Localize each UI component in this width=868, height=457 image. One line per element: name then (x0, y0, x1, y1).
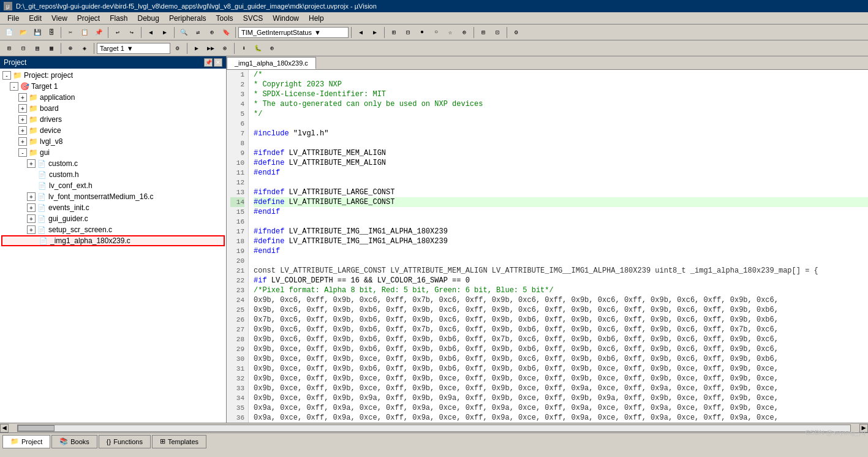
function-dropdown[interactable]: TIM_GetInterruptStatus ▼ (238, 27, 349, 38)
code-line-17[interactable]: #ifndef LV_ATTRIBUTE_IMG__IMG1_ALPHA_180… (254, 227, 868, 236)
code-line-9[interactable]: #ifndef LV_ATTRIBUTE_MEM_ALIGN (254, 148, 868, 158)
code-line-28[interactable]: 0x9b, 0xc6, 0xff, 0x9b, 0xb6, 0xff, 0x9b… (254, 334, 868, 344)
setupscr-expand[interactable]: + (27, 225, 36, 234)
t2-b3[interactable]: ▤ (31, 42, 44, 55)
code-area[interactable]: 1234567891011121314151617181920212223242… (227, 70, 868, 423)
code-line-13[interactable]: #ifndef LV_ATTRIBUTE_LARGE_CONST (254, 187, 868, 197)
root-expand[interactable]: - (2, 71, 11, 80)
menu-item-flash[interactable]: Flash (105, 13, 132, 24)
tree-setupscr[interactable]: + 📄 setup_scr_screen.c (1, 224, 225, 235)
t2-extra[interactable]: ⊕ (265, 42, 279, 55)
menu-item-project[interactable]: Project (72, 13, 105, 24)
code-line-15[interactable]: #endif (254, 207, 868, 217)
statusbar-functions-tab[interactable]: {} Functions (99, 435, 151, 448)
t2-b1[interactable]: ⊞ (2, 42, 16, 55)
target-dropdown[interactable]: Target 1 ▼ (97, 43, 170, 54)
guiguider-expand[interactable]: + (27, 214, 36, 223)
scroll-track[interactable] (17, 425, 851, 432)
t2-b6[interactable]: ◈ (78, 42, 91, 55)
horizontal-scrollbar[interactable]: ◀ ▶ (0, 423, 868, 432)
btn-g3[interactable]: ● (415, 26, 429, 39)
fwd-btn[interactable]: ▶ (158, 26, 172, 39)
menu-item-debug[interactable]: Debug (133, 13, 164, 24)
tree-gui[interactable]: - 📁 gui (1, 147, 225, 158)
code-line-2[interactable]: * Copyright 2023 NXP (254, 80, 868, 89)
tree-img1alpha[interactable]: 📄 _img1_alpha_180x239.c (1, 235, 225, 246)
code-line-32[interactable]: 0x9b, 0xce, 0xff, 0x9b, 0xce, 0xff, 0x9b… (254, 374, 868, 383)
board-expand[interactable]: + (18, 104, 27, 113)
menu-item-edit[interactable]: Edit (24, 13, 47, 24)
t2-b4[interactable]: ▦ (45, 42, 58, 55)
tree-drivers[interactable]: + 📁 drivers (1, 114, 225, 125)
btn-g4[interactable]: ○ (429, 26, 443, 39)
tree-customc[interactable]: + 📄 custom.c (1, 158, 225, 169)
bookmark-btn[interactable]: 🔖 (219, 26, 233, 39)
copy-btn[interactable]: 📋 (78, 26, 91, 39)
btn-g6[interactable]: ⊕ (458, 26, 471, 39)
t2-b5[interactable]: ⊛ (64, 42, 77, 55)
gui-expand[interactable]: - (18, 148, 27, 157)
code-line-18[interactable]: #define LV_ATTRIBUTE_IMG__IMG1_ALPHA_180… (254, 236, 868, 246)
scroll-left-btn[interactable]: ◀ (0, 424, 9, 432)
code-line-12[interactable] (254, 178, 868, 187)
tree-guiguider[interactable]: + 📄 gui_guider.c (1, 213, 225, 224)
code-line-19[interactable]: #endif (254, 246, 868, 256)
menu-item-svcs[interactable]: SVCS (238, 13, 268, 24)
code-line-20[interactable] (254, 256, 868, 266)
menu-item-help[interactable]: Help (304, 13, 329, 24)
go-btn[interactable]: ⊕ (205, 26, 219, 39)
menu-item-tools[interactable]: Tools (211, 13, 238, 24)
device-expand[interactable]: + (18, 126, 27, 135)
menu-item-window[interactable]: Window (268, 13, 304, 24)
active-tab[interactable]: _img1_alpha_180x239.c (227, 57, 316, 69)
menu-item-file[interactable]: File (2, 13, 24, 24)
scroll-thumb[interactable] (18, 425, 55, 431)
settings-btn[interactable]: ⚙ (510, 26, 523, 39)
new-btn[interactable]: 📄 (2, 26, 16, 39)
target1-expand[interactable]: - (10, 82, 18, 91)
undo-btn[interactable]: ↩ (111, 26, 124, 39)
code-line-16[interactable] (254, 217, 868, 227)
lvfont-expand[interactable]: + (27, 192, 36, 201)
save-all-btn[interactable]: 🗄 (45, 26, 58, 39)
rebuild-btn[interactable]: ▶▶ (204, 42, 217, 55)
statusbar-templates-tab[interactable]: ⊞ Templates (152, 435, 206, 448)
redo-btn[interactable]: ↪ (125, 26, 138, 39)
paste-btn[interactable]: 📌 (92, 26, 105, 39)
build-btn[interactable]: ▶ (190, 42, 203, 55)
open-btn[interactable]: 📂 (17, 26, 30, 39)
code-line-1[interactable]: /* (254, 70, 868, 80)
code-line-14[interactable]: #define LV_ATTRIBUTE_LARGE_CONST (254, 197, 868, 207)
code-line-36[interactable]: 0x9a, 0xce, 0xff, 0x9a, 0xce, 0xff, 0x9a… (254, 413, 868, 423)
btn-f1[interactable]: ◀ (354, 26, 368, 39)
btn-h1[interactable]: ⊞ (477, 26, 490, 39)
menu-item-peripherals[interactable]: Peripherals (164, 13, 211, 24)
code-line-27[interactable]: 0x9b, 0xc6, 0xff, 0x9b, 0xb6, 0xff, 0x7b… (254, 325, 868, 334)
save-btn[interactable]: 💾 (31, 26, 44, 39)
statusbar-books-tab[interactable]: 📚 Books (51, 435, 97, 448)
code-line-21[interactable]: const LV_ATTRIBUTE_LARGE_CONST LV_ATTRIB… (254, 266, 868, 276)
tree-device[interactable]: + 📁 device (1, 125, 225, 136)
code-line-4[interactable]: * The auto-generated can only be used on… (254, 99, 868, 109)
code-line-24[interactable]: 0x9b, 0xc6, 0xff, 0x9b, 0xc6, 0xff, 0x7b… (254, 295, 868, 305)
tree-root[interactable]: - 📁 Project: project (1, 70, 225, 81)
tree-target1[interactable]: - 🎯 Target 1 (1, 81, 225, 92)
drivers-expand[interactable]: + (18, 115, 27, 124)
replace-btn[interactable]: ⇄ (191, 26, 205, 39)
tree-lvglv8[interactable]: + 📁 lvgl_v8 (1, 136, 225, 147)
code-line-35[interactable]: 0x9a, 0xce, 0xff, 0x9a, 0xce, 0xff, 0x9a… (254, 403, 868, 413)
btn-g2[interactable]: ⊟ (401, 26, 415, 39)
code-line-6[interactable] (254, 119, 868, 129)
code-line-25[interactable]: 0x9b, 0xc6, 0xff, 0x9b, 0xb6, 0xff, 0x9b… (254, 305, 868, 315)
code-line-11[interactable]: #endif (254, 168, 868, 178)
btn-h2[interactable]: ⊡ (491, 26, 504, 39)
code-line-8[interactable] (254, 138, 868, 148)
code-line-3[interactable]: * SPDX-License-Identifier: MIT (254, 89, 868, 99)
code-content[interactable]: /* * Copyright 2023 NXP * SPDX-License-I… (249, 70, 868, 423)
lvglv8-expand[interactable]: + (18, 137, 27, 146)
code-line-10[interactable]: #define LV_ATTRIBUTE_MEM_ALIGN (254, 158, 868, 168)
target-options-btn[interactable]: ⚙ (171, 42, 184, 55)
code-line-23[interactable]: /*Pixel format: Alpha 8 bit, Red: 5 bit,… (254, 285, 868, 295)
btn-f2[interactable]: ▶ (368, 26, 382, 39)
back-btn[interactable]: ◀ (144, 26, 157, 39)
